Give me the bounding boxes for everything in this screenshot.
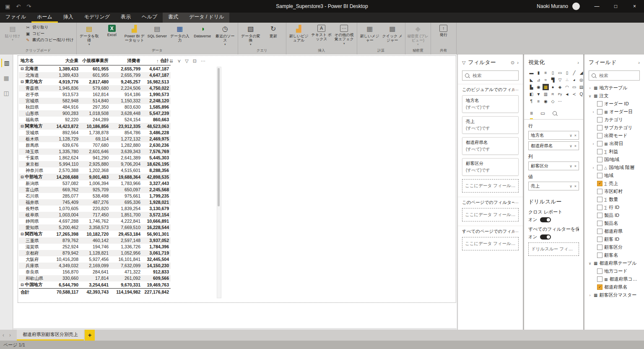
ribbon-tab[interactable]: ファイル [0,13,31,23]
table-row[interactable]: ⊟中部地方14,208,6889,001,48319,688,36442,898… [19,174,171,180]
close-button[interactable]: × [625,0,644,13]
field-checkbox[interactable] [597,101,602,107]
field-row[interactable]: 地域 [586,172,642,180]
stacked-area-icon[interactable]: ◣ [528,77,535,83]
add-page-button[interactable]: + [85,330,95,341]
tab-fields[interactable]: ≡ [530,110,533,119]
redo-icon[interactable]: ↷ [26,3,31,10]
clustered-bar-icon[interactable]: ≡ [543,70,549,76]
table-row[interactable]: 滋賀県252,924194,7461,336,7261,784,396 [19,244,171,250]
key-influencers-icon[interactable]: ◄ [564,91,570,97]
ribbon-button[interactable]: ▤データを取得▾ [78,23,101,46]
field-row[interactable]: ∑数量 [586,195,642,203]
collapse-icon[interactable]: ⊟ [21,175,24,179]
avatar[interactable] [572,3,580,10]
chevron-down-icon[interactable]: ∨ [569,133,572,138]
table-row[interactable]: 奈良県156,870284,641471,322912,833 [19,269,171,275]
field-checkbox[interactable] [597,109,602,115]
table-row[interactable]: 愛知県5,200,4623,358,5737,669,51016,228,544 [19,224,171,231]
field-checkbox[interactable] [597,245,602,250]
field-checkbox[interactable] [597,165,602,170]
field-checkbox[interactable] [597,117,602,122]
table-row[interactable]: 三重県879,762460,1422,597,1483,937,052 [19,237,171,244]
ribbon-button[interactable]: ▩クイック メジャー [381,23,404,43]
focus-mode-icon[interactable]: ⊡ [193,58,197,64]
remove-icon[interactable]: × [574,184,576,188]
paginated-report-icon[interactable]: ≡ [535,98,542,104]
table-row[interactable]: 福島県92,220244,289524,154860,663 [19,117,171,123]
chevron-icon[interactable]: › [591,110,595,114]
field-row[interactable]: 顧客 ID [586,235,642,243]
multi-row-card-icon[interactable]: ▤ [578,84,583,90]
cross-report-toggle[interactable] [540,217,551,222]
more-options-icon[interactable]: ⋯ [514,87,519,93]
field-row[interactable]: サブカテゴリ [586,124,642,132]
filter-card[interactable]: 顧客区分(すべて)です [462,158,519,176]
data-view-icon[interactable]: ▦ [2,74,11,82]
ribbon-button[interactable]: ▣コピー [24,31,75,36]
field-row[interactable]: カテゴリ [586,116,642,124]
table-row[interactable]: 石川県285,077538,498975,6611,799,235 [19,193,171,199]
ribbon-button[interactable]: ↑発行 [432,23,455,37]
minimize-button[interactable]: — [587,0,606,13]
ribbon-button[interactable]: ✎書式のコピー/貼り付け [24,37,75,43]
table-row[interactable]: 福井県745,409487,276695,3361,928,021 [19,199,171,206]
field-checkbox[interactable] [597,253,602,258]
table-row[interactable]: 京都府879,9421,128,8211,052,9563,061,719 [19,250,171,256]
fields-search-input[interactable] [598,73,637,78]
table-row[interactable]: 宮城県582,948514,8401,150,3322,248,120 [19,98,171,104]
field-checkbox[interactable] [597,229,602,234]
line-icon[interactable]: ╱ [571,70,577,76]
collapse-icon[interactable]: ⊟ [21,232,24,236]
field-checkbox[interactable] [597,141,602,146]
field-row[interactable]: ∑利益 [586,148,642,156]
ribbon-button[interactable]: ▤貼り付け▾ [1,23,24,41]
field-row[interactable]: 顧客名 [586,251,642,259]
arcgis-map-icon[interactable]: ◉ [543,98,549,104]
remove-icon[interactable]: × [574,144,576,148]
ribbon-button[interactable]: ✂切り取り [24,25,75,30]
table-row[interactable]: 和歌山県330,66017,814261,092609,566 [19,275,171,281]
decomposition-tree-icon[interactable]: ≺ [571,91,577,97]
chevron-icon[interactable]: › [588,293,592,297]
ribbon-button[interactable]: ↻更新 [262,23,285,38]
tab-format[interactable]: ▭ [540,110,545,119]
field-row[interactable]: 市区町村 [586,188,642,195]
report-view-icon[interactable]: ▥ [1,59,11,67]
100-stacked-column-icon[interactable]: ▯ [564,70,570,76]
collapse-filters-pane-icon[interactable]: › [517,60,519,65]
matrix-icon[interactable]: ▦ [543,84,549,90]
field-checkbox[interactable] [597,237,602,242]
ribbon-tab[interactable]: 書式 [163,13,184,23]
ribbon-button[interactable]: ▧データの変換▾ [239,23,262,46]
field-checkbox[interactable] [597,125,602,130]
field-row[interactable]: ∑行 ID [586,203,642,211]
field-table-row[interactable]: ›▦顧客区分マスター [586,291,642,299]
field-chip[interactable]: 顧客区分∨× [528,161,579,170]
field-checkbox[interactable] [597,189,602,194]
ribbon-tab[interactable]: ホーム [31,13,58,23]
table-row[interactable]: 新潟県537,0821,006,3941,783,9663,327,443 [19,180,171,187]
ribbon-button[interactable]: ▦新しいメジャー [358,23,381,43]
table-row[interactable]: 青森県1,945,836579,6802,224,5064,750,022 [19,85,171,91]
ribbon-button[interactable]: ◆秘密度 (プレビュー)▾ [407,23,429,46]
table-row[interactable]: ⊟北海道1,389,433601,9552,655,7994,647,187 [19,65,171,73]
ribbon-button[interactable]: ◷最近のソース▾ [214,23,236,46]
table-row[interactable]: 神奈川県2,570,3881,202,3684,515,6018,288,356 [19,167,171,174]
ribbon-button[interactable]: ⋯その他の視覚エフェクト▾ [333,23,356,45]
filter-card[interactable]: 都道府県名(すべて)です [462,137,519,155]
ribbon-tab[interactable]: データ / ドリル [184,13,229,23]
table-row[interactable]: 群馬県639,676707,6801,282,8802,630,236 [19,142,171,148]
model-view-icon[interactable]: ◫ [2,89,11,97]
ribbon-button[interactable]: ▟Power BI データセット [123,23,146,43]
collapse-icon[interactable]: ⊟ [21,80,24,84]
more-options-icon[interactable]: ⋯ [201,58,205,64]
chevron-icon[interactable]: › [591,166,595,170]
column-header[interactable]: 消費者 [110,56,142,65]
scatter-icon[interactable]: ∴ [564,77,570,83]
ribbon-tab[interactable]: モデリング [79,13,115,23]
scrollbar-thumb[interactable] [218,68,220,206]
drillthrough-field-drop-zone[interactable]: ドリルスルー フィールド... [528,242,579,256]
remove-icon[interactable]: × [574,164,576,168]
chevron-down-icon[interactable]: ∨ [569,144,572,148]
